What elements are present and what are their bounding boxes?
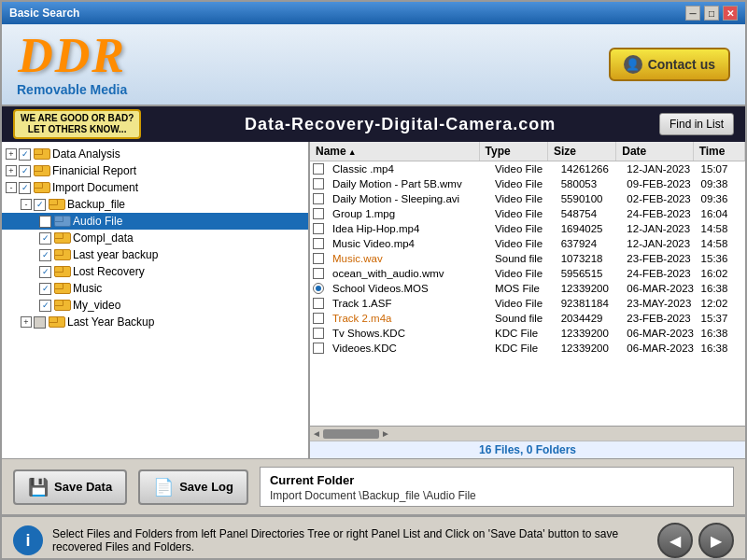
file-checkbox[interactable]: [313, 193, 324, 204]
tree-checkbox[interactable]: ✓: [39, 283, 51, 295]
file-row[interactable]: Music Video.mp4 Video File 637924 12-JAN…: [310, 236, 745, 251]
file-status: 16 Files, 0 Folders: [310, 441, 745, 458]
file-list: Classic .mp4 Video File 14261266 12-JAN-…: [310, 161, 745, 426]
header: DDR Removable Media 👤 Contact us: [2, 24, 745, 106]
file-time: 16:38: [696, 327, 745, 340]
file-type: Video File: [489, 237, 556, 250]
tree-label: Backup_file: [67, 198, 125, 211]
file-row[interactable]: Music.wav Sound file 1073218 23-FEB-2023…: [310, 251, 745, 266]
tree-item-selected[interactable]: ✓ Audio File: [2, 213, 308, 230]
save-log-button[interactable]: 📄 Save Log: [138, 469, 248, 505]
file-row[interactable]: Classic .mp4 Video File 14261266 12-JAN-…: [310, 161, 745, 176]
tree-checkbox[interactable]: ✓: [39, 232, 51, 245]
file-row[interactable]: Idea Hip-Hop.mp4 Video File 1694025 12-J…: [310, 221, 745, 236]
file-checkbox[interactable]: [313, 313, 324, 324]
file-row[interactable]: Videoes.KDC KDC File 12339200 06-MAR-202…: [310, 341, 745, 356]
file-size: 12339200: [556, 282, 622, 295]
find-in-list-button[interactable]: Find in List: [659, 113, 734, 135]
file-date: 23-FEB-2023: [621, 252, 695, 265]
minimize-button[interactable]: ─: [685, 6, 700, 21]
contact-button[interactable]: 👤 Contact us: [609, 48, 730, 81]
save-data-button[interactable]: 💾 Save Data: [13, 469, 127, 505]
file-checkbox[interactable]: [313, 208, 324, 219]
close-button[interactable]: ✕: [723, 6, 738, 21]
tree-label: Music: [73, 282, 102, 295]
tree-item[interactable]: - ✓ Import Document: [2, 179, 308, 196]
logo-area: DDR Removable Media: [17, 32, 127, 97]
col-header-date[interactable]: Date: [616, 142, 693, 161]
tree-label: Audio File: [73, 215, 122, 228]
file-row[interactable]: Track 2.m4a Sound file 2034429 23-FEB-20…: [310, 311, 745, 326]
file-time: 09:38: [696, 177, 745, 190]
scrollbar-thumb[interactable]: [323, 429, 379, 439]
file-checkbox[interactable]: [313, 268, 324, 279]
file-row[interactable]: Daily Motion - Sleeping.avi Video File 5…: [310, 191, 745, 206]
file-date: 24-FEB-2023: [621, 267, 695, 280]
tree-item[interactable]: ✓ Compl_data: [2, 230, 308, 246]
tree-item[interactable]: ✓ Last year backup: [2, 246, 308, 263]
file-checkbox[interactable]: [313, 343, 324, 354]
tree-checkbox[interactable]: ✓: [19, 148, 31, 161]
tree-item[interactable]: ✓ Music: [2, 280, 308, 297]
tree-item[interactable]: ✓ My_video: [2, 297, 308, 314]
tree-checkbox[interactable]: ✓: [39, 216, 51, 228]
expand-icon[interactable]: +: [21, 316, 32, 328]
col-header-type[interactable]: Type: [480, 142, 548, 161]
window-controls[interactable]: ─ □ ✕: [685, 6, 738, 21]
file-time: 15:36: [696, 252, 745, 265]
col-header-name[interactable]: Name▲: [310, 142, 480, 161]
tree-checkbox[interactable]: ✓: [19, 165, 31, 177]
file-time: 16:02: [696, 267, 745, 280]
tree-checkbox[interactable]: [34, 316, 46, 329]
file-name: Classic .mp4: [327, 162, 489, 175]
maximize-button[interactable]: □: [704, 6, 719, 21]
expand-icon[interactable]: +: [6, 148, 17, 160]
folder-icon: [49, 199, 63, 210]
file-date: 24-FEB-2023: [621, 207, 695, 220]
file-checkbox[interactable]: [313, 178, 324, 189]
back-button[interactable]: ◀: [657, 523, 693, 558]
file-row[interactable]: Track 1.ASF Video File 92381184 23-MAY-2…: [310, 296, 745, 311]
file-date: 06-MAR-2023: [621, 282, 695, 295]
col-header-size[interactable]: Size: [548, 142, 616, 161]
file-name: Tv Shows.KDC: [327, 327, 489, 340]
tree-checkbox[interactable]: ✓: [39, 266, 51, 278]
ddr-logo: DDR: [18, 32, 126, 80]
file-checkbox[interactable]: [313, 163, 324, 175]
file-name: Music.wav: [327, 252, 489, 265]
nav-buttons: ◀ ▶: [657, 523, 734, 558]
file-row[interactable]: Group 1.mpg Video File 548754 24-FEB-202…: [310, 206, 745, 221]
expand-icon[interactable]: -: [6, 182, 17, 193]
forward-button[interactable]: ▶: [698, 523, 734, 558]
tree-item[interactable]: + Last Year Backup: [2, 314, 308, 330]
tree-label: Data Analysis: [52, 147, 120, 161]
folder-icon: [54, 283, 69, 294]
file-size: 1694025: [556, 222, 622, 235]
tree-checkbox[interactable]: ✓: [34, 199, 46, 211]
file-checkbox[interactable]: [313, 298, 324, 309]
tree-checkbox[interactable]: ✓: [19, 182, 31, 194]
tree-item[interactable]: + ✓ Data Analysis: [2, 146, 308, 162]
tree-checkbox[interactable]: ✓: [39, 300, 51, 312]
file-row[interactable]: School Videos.MOS MOS File 12339200 06-M…: [310, 281, 745, 296]
expand-icon[interactable]: -: [21, 199, 32, 210]
file-row[interactable]: ocean_with_audio.wmv Video File 5956515 …: [310, 266, 745, 281]
file-checkbox[interactable]: [313, 253, 324, 264]
file-type: Video File: [489, 297, 556, 310]
col-header-time[interactable]: Time: [694, 142, 745, 161]
file-row[interactable]: Tv Shows.KDC KDC File 12339200 06-MAR-20…: [310, 326, 745, 341]
tree-item[interactable]: + ✓ Finanicial Report: [2, 162, 308, 179]
file-type: MOS File: [489, 282, 556, 295]
horizontal-scrollbar[interactable]: ◄ ►: [310, 426, 745, 441]
banner: WE ARE GOOD OR BAD? LET OTHERS KNOW... D…: [2, 106, 745, 142]
tree-checkbox[interactable]: ✓: [39, 249, 51, 261]
tree-item[interactable]: ✓ Lost Recovery: [2, 263, 308, 280]
file-checkbox[interactable]: [313, 328, 324, 339]
file-row[interactable]: Daily Motion - Part 5B.wmv Video File 58…: [310, 176, 745, 191]
file-radio[interactable]: [313, 283, 324, 294]
file-checkbox[interactable]: [313, 223, 324, 234]
expand-icon[interactable]: +: [6, 165, 17, 176]
tree-item[interactable]: - ✓ Backup_file: [2, 196, 308, 213]
file-name: Music Video.mp4: [327, 237, 489, 250]
file-checkbox[interactable]: [313, 238, 324, 249]
